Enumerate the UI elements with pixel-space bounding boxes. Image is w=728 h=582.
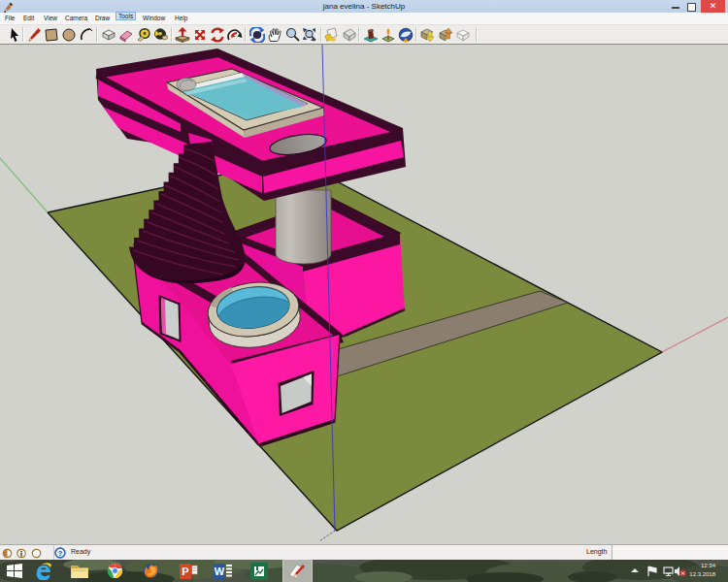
svg-text:?: ? [58, 549, 63, 558]
svg-text:W: W [215, 566, 225, 577]
svg-text:P: P [182, 566, 188, 577]
